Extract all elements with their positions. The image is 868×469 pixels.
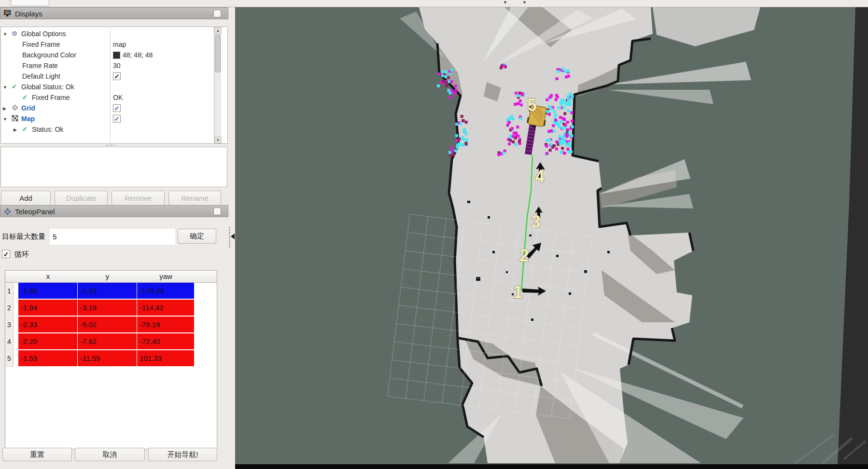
scroll-down-icon[interactable]: ▼ — [214, 137, 222, 143]
tree-row-fixed-frame[interactable]: Fixed Framemap — [1, 40, 213, 50]
tree-row-label: Fixed Frame — [22, 41, 60, 48]
tree-row-global-status-ok[interactable]: ▼✓Global Status: Ok — [1, 82, 213, 93]
tree-row-label: Grid — [21, 104, 35, 112]
duplicate-button[interactable]: Duplicate — [55, 191, 108, 206]
row-header-3[interactable]: 3 — [5, 317, 14, 333]
tree-row-label: Default Light — [22, 72, 60, 80]
waypoint-cell-4-yaw[interactable]: -72.40 — [137, 333, 195, 350]
tree-row-label: Global Options — [21, 30, 66, 38]
row-header-4[interactable]: 4 — [5, 333, 14, 350]
displays-panel-titlebar[interactable]: Displays — [0, 7, 228, 19]
waypoint-cell-4-x[interactable]: -2.20 — [18, 333, 78, 350]
waypoint-label-3: 3 — [531, 212, 541, 232]
tree-row-label: Status: Ok — [32, 125, 63, 133]
tree-row-value[interactable]: 48; 48; 48 — [113, 51, 153, 59]
tree-row-value[interactable]: map — [113, 41, 126, 48]
confirm-button[interactable]: 确定 — [178, 229, 216, 244]
displays-tree[interactable]: ▼⚙Global OptionsFixed FramemapBackground… — [0, 27, 228, 144]
teleop-panel-titlebar[interactable]: TeleopPanel — [0, 205, 228, 217]
waypoint-cell-5-x[interactable]: -1.59 — [18, 350, 78, 367]
enabled-checkbox[interactable]: ✓ — [113, 115, 121, 123]
waypoint-cell-2-x[interactable]: -1.94 — [18, 300, 78, 316]
tree-row-global-options[interactable]: ▼⚙Global Options — [1, 29, 213, 40]
top-toolbar: ▼ ▼ — [0, 0, 868, 7]
max-goal-input[interactable]: 5 — [50, 229, 175, 245]
loop-label: 循环 — [14, 250, 29, 259]
tree-scrollbar[interactable]: ▲ ▼ — [214, 27, 221, 143]
scroll-up-icon[interactable]: ▲ — [214, 27, 222, 34]
waypoint-cell-1-x[interactable]: -1.98 — [18, 283, 78, 299]
rename-button[interactable]: Rename — [168, 191, 221, 206]
column-header-yaw[interactable]: yaw — [137, 272, 195, 280]
splitter-handle[interactable] — [105, 144, 116, 146]
tree-row-label: Frame Rate — [22, 62, 58, 69]
waypoint-label-5: 5 — [527, 95, 537, 115]
waypoint-cell-5-yaw[interactable]: 101.33 — [137, 350, 195, 367]
row-header-2[interactable]: 2 — [5, 300, 14, 316]
enabled-checkbox[interactable]: ✓ — [113, 104, 121, 112]
tree-row-label: Background Color — [22, 51, 76, 59]
start-navigation-button[interactable]: 开始导航! — [148, 448, 217, 461]
waypoint-label-2: 2 — [519, 246, 529, 265]
row-header-1[interactable]: 1 — [5, 283, 14, 299]
splitter-collapse-icon[interactable] — [231, 234, 235, 239]
left-dock: Displays ▼⚙Global OptionsFixed FramemapB… — [0, 7, 235, 469]
check-icon: ✓ — [22, 94, 28, 101]
teleop-panel-title: TeleopPanel — [15, 207, 55, 216]
collapse-icon[interactable]: ▼ — [3, 117, 7, 122]
collapse-icon[interactable]: ▼ — [3, 32, 7, 37]
max-goal-label: 目标最大数量 — [2, 232, 45, 241]
tree-row-value[interactable]: OK — [113, 94, 123, 101]
add-button[interactable]: Add — [1, 191, 51, 206]
waypoint-label-1: 1 — [513, 282, 523, 302]
row-header-5[interactable]: 5 — [5, 350, 14, 367]
waypoint-cell-4-y[interactable]: -7.62 — [78, 333, 137, 350]
window-bottom-strip — [235, 464, 868, 469]
tree-row-label: Fixed Frame — [32, 94, 70, 101]
collapse-icon[interactable]: ▼ — [3, 85, 7, 90]
tree-column-separator — [110, 27, 111, 144]
remove-button[interactable]: Remove — [112, 191, 165, 206]
tree-row-map[interactable]: ▼Map✓ — [1, 114, 213, 124]
tree-row-status-ok[interactable]: ▶✓Status: Ok — [1, 124, 213, 135]
chevron-down-icon[interactable]: ▼ — [522, 0, 527, 5]
column-header-x[interactable]: x — [18, 272, 78, 280]
cancel-button[interactable]: 取消 — [75, 448, 145, 461]
color-swatch[interactable] — [113, 52, 120, 59]
waypoint-cell-3-x[interactable]: -2.33 — [18, 317, 78, 333]
tree-row-default-light[interactable]: Default Light✓ — [1, 71, 213, 82]
chevron-down-icon[interactable]: ▼ — [503, 0, 507, 5]
waypoint-cell-3-y[interactable]: -5.02 — [78, 317, 137, 333]
table-header-row: xyyaw — [5, 271, 217, 283]
enabled-checkbox[interactable]: ✓ — [113, 72, 121, 80]
tree-row-fixed-frame[interactable]: ✓Fixed FrameOK — [1, 93, 213, 103]
tree-row-background-color[interactable]: Background Color48; 48; 48 — [1, 50, 213, 61]
waypoint-cell-2-yaw[interactable]: -114.42 — [137, 300, 195, 316]
expand-icon[interactable]: ▶ — [3, 106, 6, 111]
displays-panel-icon — [3, 10, 12, 17]
expand-icon[interactable]: ▶ — [14, 127, 17, 132]
waypoint-cell-2-y[interactable]: -3.18 — [78, 300, 137, 316]
check-icon: ✓ — [12, 83, 17, 90]
toolbar-button-partial[interactable] — [11, 0, 49, 6]
float-panel-button[interactable] — [213, 10, 221, 17]
waypoint-cell-1-yaw[interactable]: -170.43 — [137, 283, 195, 299]
teleop-panel-icon — [4, 208, 11, 215]
waypoint-table[interactable]: xyyaw1-1.98-1.23-170.432-1.94-3.18-114.4… — [5, 270, 217, 449]
displays-panel-title: Displays — [15, 10, 42, 18]
tree-row-label: Global Status: Ok — [21, 83, 74, 91]
float-panel-button[interactable] — [213, 207, 221, 215]
dock-splitter[interactable] — [229, 227, 230, 248]
tree-row-frame-rate[interactable]: Frame Rate30 — [1, 61, 213, 71]
tree-row-grid[interactable]: ▶Grid✓ — [1, 103, 213, 114]
scrollbar-thumb[interactable] — [215, 35, 221, 72]
map-3d-view[interactable]: 1 2 3 4 5 — [235, 7, 868, 464]
column-header-y[interactable]: y — [78, 272, 137, 280]
loop-checkbox[interactable]: ✓ — [2, 250, 10, 258]
waypoint-cell-5-y[interactable]: -11.55 — [78, 350, 137, 367]
waypoint-cell-3-yaw[interactable]: -79.18 — [137, 317, 195, 333]
tree-row-label: Map — [21, 115, 35, 123]
reset-button[interactable]: 重置 — [2, 448, 72, 461]
waypoint-cell-1-y[interactable]: -1.23 — [78, 283, 137, 299]
tree-row-value[interactable]: 30 — [113, 62, 121, 69]
